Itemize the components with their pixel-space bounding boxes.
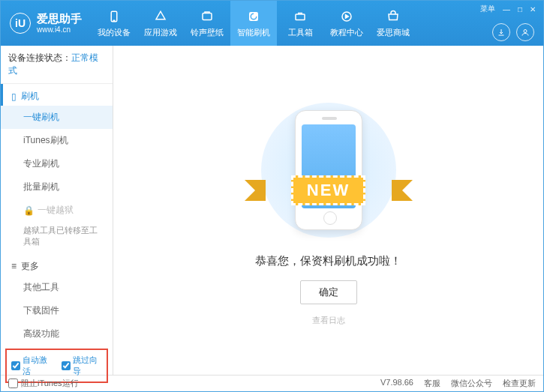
- nav-apps[interactable]: 应用游戏: [137, 1, 184, 46]
- svg-rect-4: [296, 14, 305, 20]
- nav-label: 教程中心: [330, 27, 363, 38]
- option-skip-wizard[interactable]: 跳过向导: [62, 355, 103, 377]
- new-ribbon-icon: NEW: [245, 174, 413, 207]
- tutorial-icon: [339, 9, 354, 24]
- download-button[interactable]: [492, 23, 510, 41]
- checkbox-auto-activate[interactable]: [11, 361, 20, 370]
- brand-subtitle: www.i4.cn: [37, 25, 82, 34]
- nav-tutorials[interactable]: 教程中心: [323, 1, 370, 46]
- block-itunes-option[interactable]: 阻止iTunes运行: [8, 378, 79, 389]
- checkbox-skip-wizard[interactable]: [62, 361, 71, 370]
- nav-media[interactable]: 铃声壁纸: [184, 1, 230, 46]
- sidebar-item-other-tools[interactable]: 其他工具: [1, 276, 113, 299]
- lock-icon: 🔒: [23, 205, 35, 216]
- option-auto-activate[interactable]: 自动激活: [11, 355, 53, 377]
- update-link[interactable]: 检查更新: [503, 378, 536, 389]
- flash-icon: [246, 9, 261, 24]
- nav-label: 铃声壁纸: [191, 27, 224, 38]
- menu-button[interactable]: 菜单: [479, 4, 497, 14]
- view-log-link[interactable]: 查看日志: [312, 315, 345, 326]
- sidebar-section-more[interactable]: ≡更多: [1, 254, 113, 276]
- sidebar-item-download-fw[interactable]: 下载固件: [1, 299, 113, 322]
- top-nav: 我的设备 应用游戏 铃声壁纸 智能刷机 工具箱 教程中心 爱思商城: [91, 1, 416, 46]
- list-icon: ≡: [11, 261, 17, 271]
- maximize-button[interactable]: □: [516, 5, 524, 13]
- user-button[interactable]: [516, 23, 534, 41]
- nav-label: 应用游戏: [144, 27, 177, 38]
- phone-icon: ▯: [11, 91, 17, 102]
- sidebar-item-batch-flash[interactable]: 批量刷机: [1, 175, 113, 199]
- brand-title: 爱思助手: [37, 13, 82, 25]
- toolbox-icon: [293, 9, 308, 24]
- nav-label: 工具箱: [288, 27, 313, 38]
- main-content: NEW 恭喜您，保资料刷机成功啦！ 确定 查看日志: [113, 46, 543, 375]
- sidebar-item-pro-flash[interactable]: 专业刷机: [1, 152, 113, 175]
- close-button[interactable]: ✕: [528, 5, 537, 13]
- store-icon: [386, 9, 401, 24]
- nav-label: 爱思商城: [377, 27, 410, 38]
- device-icon: [107, 9, 122, 24]
- support-link[interactable]: 客服: [424, 378, 440, 389]
- brand-logo-icon: iU: [10, 13, 31, 34]
- app-header: iU 爱思助手 www.i4.cn 我的设备 应用游戏 铃声壁纸 智能刷机 工具…: [1, 1, 543, 46]
- sidebar: 设备连接状态：正常模式 ▯刷机 一键刷机 iTunes刷机 专业刷机 批量刷机 …: [1, 46, 113, 375]
- window-controls: 菜单 — □ ✕: [479, 4, 537, 14]
- phone-illustration-icon: [295, 110, 362, 230]
- checkbox-block-itunes[interactable]: [8, 379, 18, 388]
- sidebar-section-flash[interactable]: ▯刷机: [1, 84, 113, 106]
- nav-label: 智能刷机: [237, 27, 270, 38]
- nav-label: 我的设备: [98, 27, 131, 38]
- sidebar-item-itunes-flash[interactable]: iTunes刷机: [1, 129, 113, 152]
- wechat-link[interactable]: 微信公众号: [451, 378, 492, 389]
- sidebar-item-jailbreak[interactable]: 🔒一键越狱: [1, 199, 113, 222]
- success-message: 恭喜您，保资料刷机成功啦！: [255, 254, 401, 268]
- media-icon: [200, 9, 215, 24]
- ok-button[interactable]: 确定: [300, 280, 357, 304]
- nav-flash[interactable]: 智能刷机: [230, 1, 277, 46]
- nav-tools[interactable]: 工具箱: [277, 1, 323, 46]
- sidebar-item-advanced[interactable]: 高级功能: [1, 322, 113, 346]
- nav-my-device[interactable]: 我的设备: [91, 1, 137, 46]
- brand: iU 爱思助手 www.i4.cn: [1, 13, 91, 34]
- success-illustration: NEW: [254, 103, 404, 238]
- minimize-button[interactable]: —: [501, 5, 512, 13]
- svg-rect-2: [203, 13, 212, 19]
- jailbreak-note: 越狱工具已转移至工具箱: [1, 222, 113, 254]
- connection-status: 设备连接状态：正常模式: [1, 46, 113, 84]
- apps-icon: [153, 9, 168, 24]
- sidebar-item-oneclick-flash[interactable]: 一键刷机: [1, 106, 113, 129]
- nav-store[interactable]: 爱思商城: [370, 1, 416, 46]
- version-label: V7.98.66: [380, 378, 413, 389]
- svg-point-6: [524, 30, 527, 33]
